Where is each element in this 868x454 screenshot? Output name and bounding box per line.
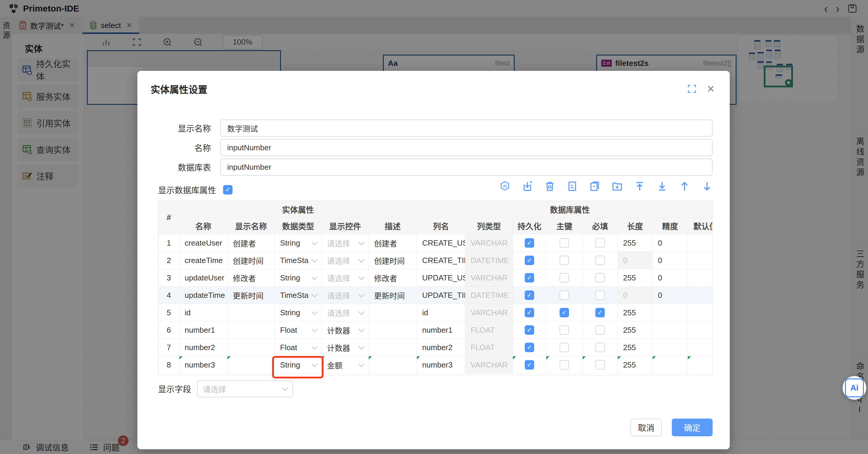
checkbox-checked[interactable]: ✓: [525, 256, 534, 265]
cell-precision[interactable]: 0: [653, 287, 688, 304]
db-table-input[interactable]: inputNumber: [220, 159, 713, 175]
cell-persistent[interactable]: ✓: [513, 356, 546, 374]
cell-default[interactable]: [688, 321, 713, 339]
cell-precision[interactable]: 0: [653, 234, 688, 252]
cell-default[interactable]: [688, 252, 713, 269]
add-folder-icon[interactable]: [612, 181, 623, 192]
cell-default[interactable]: [688, 234, 713, 252]
cell-column-name[interactable]: number3: [417, 356, 465, 374]
move-to-top-icon[interactable]: [634, 181, 645, 192]
cell-name[interactable]: number1: [179, 321, 227, 339]
cell-column-name[interactable]: CREATE_USER: [417, 234, 465, 252]
cell-name[interactable]: createTime: [179, 252, 227, 269]
cell-control-select[interactable]: 计数器: [322, 321, 369, 339]
name-input[interactable]: inputNumber: [220, 139, 713, 156]
cell-primary-key[interactable]: [546, 339, 583, 356]
checkbox-unchecked[interactable]: [560, 290, 569, 300]
cell-name[interactable]: number2: [179, 339, 227, 356]
import-icon[interactable]: [522, 181, 533, 192]
checkbox-checked[interactable]: ✓: [560, 308, 569, 317]
cell-precision[interactable]: [653, 356, 688, 374]
checkbox-unchecked[interactable]: [595, 256, 605, 265]
move-down-icon[interactable]: [701, 181, 713, 192]
cell-name[interactable]: updateTime: [179, 287, 227, 304]
cell-column-name[interactable]: number1: [417, 321, 465, 339]
cell-precision[interactable]: [653, 339, 688, 356]
cell-primary-key[interactable]: [546, 287, 583, 304]
cell-length[interactable]: 255: [618, 304, 653, 321]
cell-description[interactable]: [369, 339, 417, 356]
checkbox-checked[interactable]: ✓: [595, 308, 605, 317]
cell-primary-key[interactable]: [546, 356, 583, 374]
checkbox-unchecked[interactable]: [560, 238, 569, 248]
cell-required[interactable]: [583, 339, 618, 356]
cell-column-name[interactable]: id: [417, 304, 465, 321]
cell-control-select[interactable]: 请选择: [322, 304, 369, 321]
cell-display-name[interactable]: [227, 356, 275, 374]
cell-persistent[interactable]: ✓: [513, 339, 546, 356]
checkbox-checked[interactable]: ✓: [525, 360, 534, 369]
cell-description[interactable]: 创建者: [369, 234, 417, 252]
cell-name[interactable]: updateUser: [179, 269, 227, 287]
cell-persistent[interactable]: ✓: [513, 287, 546, 304]
checkbox-unchecked[interactable]: [595, 273, 605, 283]
checkbox-unchecked[interactable]: [560, 256, 569, 265]
move-up-icon[interactable]: [679, 181, 690, 192]
cell-data-type-select[interactable]: Float: [275, 339, 322, 356]
cell-length[interactable]: 255: [618, 234, 653, 252]
cell-primary-key[interactable]: [546, 234, 583, 252]
display-name-input[interactable]: 数字测试: [220, 120, 713, 137]
cell-length[interactable]: 255: [618, 269, 653, 287]
cell-control-select[interactable]: 计数器: [322, 339, 369, 356]
cell-length[interactable]: 255: [618, 356, 653, 374]
cell-primary-key[interactable]: [546, 321, 583, 339]
checkbox-checked[interactable]: ✓: [525, 238, 534, 248]
cell-display-name[interactable]: [227, 304, 275, 321]
cell-display-name[interactable]: 创建时间: [227, 252, 275, 269]
ok-button[interactable]: 确定: [672, 419, 713, 436]
cell-name[interactable]: id: [179, 304, 227, 321]
checkbox-unchecked[interactable]: [595, 343, 605, 352]
cell-length[interactable]: 255: [618, 339, 653, 356]
cell-name[interactable]: number3: [179, 356, 227, 374]
cell-description[interactable]: [369, 304, 417, 321]
cell-description[interactable]: 更新时间: [369, 287, 417, 304]
cell-primary-key[interactable]: ✓: [546, 304, 583, 321]
checkbox-unchecked[interactable]: [560, 343, 569, 352]
cell-default[interactable]: [688, 356, 713, 374]
cell-precision[interactable]: 0: [653, 252, 688, 269]
cell-column-name[interactable]: CREATE_TIME: [417, 252, 465, 269]
checkbox-checked[interactable]: ✓: [525, 290, 534, 300]
cell-description[interactable]: 创建时间: [369, 252, 417, 269]
checkbox-unchecked[interactable]: [560, 273, 569, 283]
cell-display-name[interactable]: [227, 339, 275, 356]
cell-control-select[interactable]: 请选择: [322, 269, 369, 287]
cell-persistent[interactable]: ✓: [513, 304, 546, 321]
cell-precision[interactable]: [653, 321, 688, 339]
cell-required[interactable]: [583, 321, 618, 339]
cancel-button[interactable]: 取消: [630, 419, 662, 436]
cell-required[interactable]: [583, 356, 618, 374]
cell-required[interactable]: [583, 269, 618, 287]
cell-control-select[interactable]: 请选择: [322, 252, 369, 269]
cell-length[interactable]: 0: [618, 252, 653, 269]
cell-description[interactable]: [369, 321, 417, 339]
cell-control-select[interactable]: 请选择: [322, 287, 369, 304]
cell-data-type-select[interactable]: TimeStamp: [275, 252, 322, 269]
checkbox-unchecked[interactable]: [595, 325, 605, 335]
cell-column-name[interactable]: UPDATE_TIME: [417, 287, 465, 304]
checkbox-unchecked[interactable]: [560, 360, 569, 369]
cell-primary-key[interactable]: [546, 269, 583, 287]
checkbox-unchecked[interactable]: [560, 325, 569, 335]
delete-icon[interactable]: [544, 181, 555, 192]
cell-description[interactable]: [369, 356, 417, 374]
checkbox-checked[interactable]: ✓: [525, 273, 534, 283]
checkbox-unchecked[interactable]: [595, 360, 605, 369]
document-icon[interactable]: [567, 181, 578, 192]
cell-data-type-select[interactable]: TimeStamp: [275, 287, 322, 304]
checkbox-checked[interactable]: ✓: [525, 325, 534, 335]
cell-required[interactable]: [583, 234, 618, 252]
cell-default[interactable]: [688, 339, 713, 356]
cell-display-name[interactable]: 更新时间: [227, 287, 275, 304]
cell-precision[interactable]: 0: [653, 269, 688, 287]
